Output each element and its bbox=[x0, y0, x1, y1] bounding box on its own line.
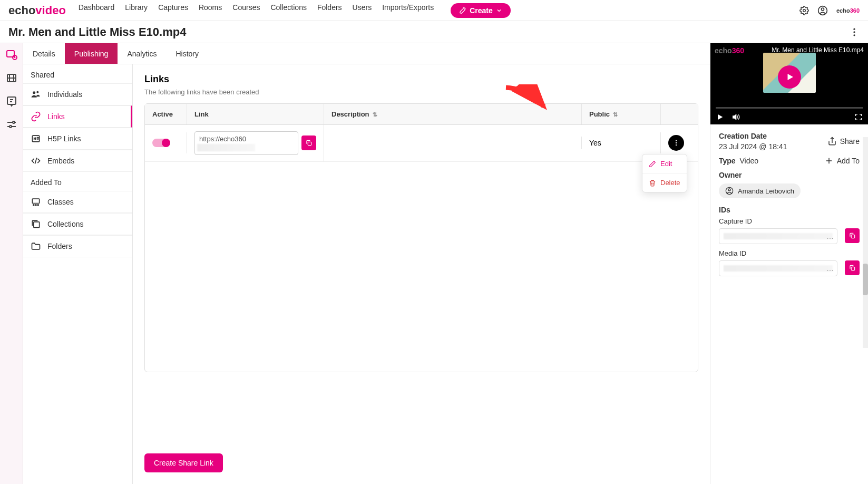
classes-icon bbox=[31, 197, 41, 207]
gear-icon[interactable] bbox=[799, 6, 809, 15]
progress-bar[interactable] bbox=[716, 107, 863, 109]
col-description-label: Description bbox=[331, 110, 369, 118]
top-nav: echovideo Dashboard Library Captures Roo… bbox=[0, 0, 868, 21]
sidebar-item-label: H5P Links bbox=[47, 134, 81, 143]
sidebar-item-folders[interactable]: Folders bbox=[23, 235, 132, 257]
nav-imports-exports[interactable]: Imports/Exports bbox=[382, 3, 434, 18]
svg-point-3 bbox=[853, 28, 855, 30]
sidebar-item-collections[interactable]: Collections bbox=[23, 213, 132, 235]
nav-rooms[interactable]: Rooms bbox=[199, 3, 222, 18]
sidebar-item-individuals[interactable]: Individuals bbox=[23, 83, 132, 105]
scrollbar-thumb[interactable] bbox=[863, 264, 868, 295]
ids-label: IDs bbox=[719, 206, 860, 214]
col-description[interactable]: Description⇅ bbox=[324, 104, 582, 124]
copy-media-id-button[interactable] bbox=[845, 260, 860, 275]
svg-point-11 bbox=[9, 125, 12, 128]
create-share-link-button[interactable]: Create Share Link bbox=[144, 453, 223, 472]
svg-point-25 bbox=[728, 189, 730, 191]
tab-history[interactable]: History bbox=[166, 43, 208, 64]
volume-icon[interactable] bbox=[732, 113, 740, 121]
rail-sliders-icon[interactable] bbox=[5, 118, 18, 131]
trash-icon bbox=[649, 179, 656, 187]
media-id-field bbox=[719, 260, 860, 276]
nav-collections[interactable]: Collections bbox=[270, 3, 306, 18]
content-column: Details Publishing Analytics History Sha… bbox=[23, 43, 710, 484]
video-preview[interactable]: echo360 Mr. Men and Little Miss E10.mp4 bbox=[710, 43, 868, 124]
active-toggle[interactable] bbox=[152, 139, 170, 147]
owner-label: Owner bbox=[719, 171, 860, 179]
play-small-icon[interactable] bbox=[716, 113, 724, 121]
copy-link-button[interactable] bbox=[301, 135, 316, 150]
svg-rect-26 bbox=[851, 235, 854, 238]
wand-icon bbox=[459, 7, 466, 14]
title-bar: Mr. Men and Little Miss E10.mp4 bbox=[0, 21, 868, 43]
panel-heading: Links bbox=[144, 74, 698, 85]
cell-public: Yes bbox=[582, 132, 661, 153]
links-panel: Links The following links have been crea… bbox=[133, 64, 710, 484]
capture-id-label: Capture ID bbox=[719, 217, 860, 225]
sort-icon: ⇅ bbox=[613, 111, 618, 118]
col-public[interactable]: Public⇅ bbox=[582, 104, 661, 124]
svg-point-16 bbox=[33, 205, 34, 206]
panel-subheading: The following links have been created bbox=[144, 88, 698, 96]
rail-transcript-icon[interactable] bbox=[5, 95, 18, 108]
fullscreen-icon[interactable] bbox=[854, 113, 863, 121]
capture-id-field bbox=[719, 228, 860, 244]
rail-film-icon[interactable] bbox=[5, 72, 18, 84]
creation-date-value: 23 Jul 2024 @ 18:41 bbox=[719, 142, 787, 151]
more-vertical-icon[interactable] bbox=[849, 27, 860, 37]
code-icon bbox=[31, 156, 41, 166]
sidebar-item-h5p-links[interactable]: H5P Links bbox=[23, 128, 132, 150]
nav-dashboard[interactable]: Dashboard bbox=[79, 3, 115, 18]
info-panel: echo360 Mr. Men and Little Miss E10.mp4 … bbox=[710, 43, 868, 484]
cell-actions: Edit Delete bbox=[661, 129, 698, 157]
tab-publishing[interactable]: Publishing bbox=[65, 43, 118, 64]
tab-analytics[interactable]: Analytics bbox=[118, 43, 166, 64]
player-controls bbox=[716, 113, 863, 121]
menu-item-delete[interactable]: Delete bbox=[642, 173, 687, 192]
user-circle-icon[interactable] bbox=[817, 5, 828, 16]
col-active: Active bbox=[145, 104, 187, 124]
tab-details[interactable]: Details bbox=[23, 43, 65, 64]
link-url-field[interactable]: https://echo360 bbox=[194, 131, 298, 155]
type-label: Type bbox=[719, 157, 736, 165]
rail-media-icon[interactable] bbox=[5, 49, 18, 61]
capture-id-input[interactable] bbox=[719, 228, 837, 244]
svg-point-21 bbox=[676, 140, 677, 141]
nav-courses[interactable]: Courses bbox=[232, 3, 260, 18]
folder-icon bbox=[31, 241, 41, 251]
nav-users[interactable]: Users bbox=[353, 3, 372, 18]
nav-library[interactable]: Library bbox=[125, 3, 148, 18]
sidebar-item-label: Folders bbox=[47, 242, 72, 250]
page-title: Mr. Men and Little Miss E10.mp4 bbox=[8, 25, 849, 39]
nav-captures[interactable]: Captures bbox=[158, 3, 188, 18]
create-button[interactable]: Create bbox=[451, 3, 511, 18]
add-to-action[interactable]: Add To bbox=[824, 156, 860, 166]
media-id-input[interactable] bbox=[719, 260, 837, 276]
svg-rect-19 bbox=[34, 222, 40, 228]
nav-items: Dashboard Library Captures Rooms Courses… bbox=[79, 3, 799, 18]
toggle-knob bbox=[162, 139, 170, 147]
row-actions-button[interactable]: Edit Delete bbox=[668, 135, 684, 151]
sidebar-group-shared: Shared bbox=[23, 64, 132, 83]
table-row: https://echo360 Yes bbox=[145, 125, 698, 162]
copy-capture-id-button[interactable] bbox=[845, 228, 860, 243]
scrollbar[interactable] bbox=[863, 137, 868, 348]
copy-icon bbox=[849, 232, 856, 239]
nav-folders[interactable]: Folders bbox=[317, 3, 342, 18]
svg-point-4 bbox=[853, 31, 855, 33]
sidebar-item-links[interactable]: Links bbox=[23, 105, 132, 128]
mini-logo[interactable]: echo360 bbox=[836, 7, 860, 14]
logo-part1: echo bbox=[8, 4, 35, 17]
sidebar-item-embeds[interactable]: Embeds bbox=[23, 150, 132, 172]
play-button[interactable] bbox=[778, 65, 801, 89]
menu-item-edit[interactable]: Edit bbox=[642, 154, 687, 173]
logo[interactable]: echovideo bbox=[8, 4, 66, 17]
add-to-label: Add To bbox=[837, 157, 860, 165]
svg-point-2 bbox=[821, 8, 824, 11]
share-action[interactable]: Share bbox=[827, 137, 860, 146]
owner-pill[interactable]: Amanda Leibovich bbox=[719, 183, 801, 198]
sidebar-item-classes[interactable]: Classes bbox=[23, 191, 132, 213]
plus-icon bbox=[824, 156, 834, 166]
link-icon bbox=[31, 111, 41, 122]
